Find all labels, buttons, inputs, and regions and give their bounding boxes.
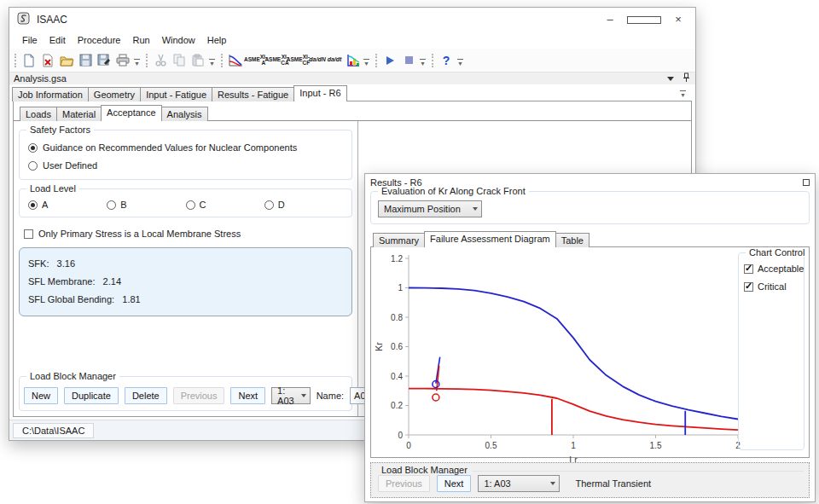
svg-text:0.5: 0.5: [485, 441, 497, 450]
menu-edit[interactable]: Edit: [44, 33, 72, 47]
menu-procedure[interactable]: Procedure: [72, 33, 127, 47]
svg-text:Kr: Kr: [374, 342, 384, 351]
radio-user-defined[interactable]: User Defined: [28, 160, 343, 171]
stop-icon[interactable]: [400, 52, 417, 68]
menu-file[interactable]: File: [16, 33, 44, 47]
menu-help[interactable]: Help: [201, 33, 233, 47]
title-bar: ISAAC – ×: [9, 8, 695, 31]
tab-input-r6[interactable]: Input - R6: [293, 85, 346, 101]
radio-load-level-c[interactable]: C: [186, 200, 264, 210]
toolbar-overflow-icon[interactable]: ▼: [457, 59, 463, 67]
toolbar-grip: [221, 54, 223, 67]
svg-text:1: 1: [398, 283, 403, 293]
colored-chart-icon[interactable]: [344, 52, 361, 68]
load-block-manager-title: Load Block Manager: [378, 465, 471, 475]
tab-geometry[interactable]: Geometry: [88, 87, 141, 101]
tab-analysis[interactable]: Analysis: [161, 107, 208, 121]
fad-chart: 00.511.5200.20.40.60.811.2LrKr: [373, 249, 750, 467]
previous-button[interactable]: Previous: [173, 387, 225, 404]
radio-button-icon[interactable]: [186, 200, 195, 210]
delete-button[interactable]: Delete: [125, 387, 167, 404]
radio-label: A: [42, 200, 48, 210]
tab-loads[interactable]: Loads: [20, 107, 57, 121]
document-name: Analysis.gsa: [14, 73, 67, 84]
next-button[interactable]: Next: [437, 475, 472, 492]
asme-xi-ca-icon[interactable]: ASMEXI-CA: [267, 52, 287, 68]
radio-button-icon[interactable]: [107, 200, 116, 210]
asme-xi-cf-icon[interactable]: ASMEXI-CF: [288, 52, 308, 68]
da-dt-icon[interactable]: da/dt: [327, 52, 342, 68]
radio-load-level-d[interactable]: D: [264, 200, 343, 210]
radio-load-level-a[interactable]: A: [28, 200, 107, 210]
toolbar-overflow-icon[interactable]: ▼: [134, 59, 140, 67]
duplicate-button[interactable]: Duplicate: [64, 387, 119, 404]
radio-button-icon[interactable]: [28, 200, 38, 210]
radio-label: B: [120, 200, 126, 210]
previous-button[interactable]: Previous: [378, 475, 430, 492]
tab-failure-assessment-diagram[interactable]: Failure Assessment Diagram: [424, 231, 556, 247]
load-block-select[interactable]: 1: A03: [271, 387, 311, 404]
critical-checkbox[interactable]: Critical: [744, 281, 799, 292]
results-load-block-manager: Load Block Manager Previous Next 1: A03 …: [370, 462, 810, 498]
tab-table[interactable]: Table: [555, 233, 590, 247]
checkbox-icon[interactable]: [744, 282, 753, 292]
safety-factors-group: Safety Factors Guidance on Recommended V…: [19, 130, 352, 180]
checkbox-label: Only Primary Stress is a Local Membrane …: [38, 229, 241, 239]
radio-label: User Defined: [43, 160, 97, 171]
checkbox-icon[interactable]: [744, 264, 753, 274]
cut-icon: [152, 52, 169, 68]
run-icon[interactable]: [381, 52, 398, 68]
tab-results-fatigue[interactable]: Results - Fatigue: [212, 87, 294, 101]
menu-window[interactable]: Window: [156, 33, 201, 47]
save-all-icon[interactable]: [96, 52, 113, 68]
radio-button-icon[interactable]: [264, 200, 274, 210]
minimize-button[interactable]: –: [593, 8, 627, 31]
load-block-select[interactable]: 1: A03: [478, 475, 560, 492]
pin-icon[interactable]: [682, 72, 690, 84]
help-icon[interactable]: ?: [438, 52, 455, 68]
checkbox-icon[interactable]: [24, 229, 33, 239]
paste-icon: [189, 52, 206, 68]
new-document-icon[interactable]: [20, 52, 38, 68]
next-button[interactable]: Next: [230, 387, 265, 404]
position-select[interactable]: Maximum Position: [378, 200, 482, 217]
svg-text:1.2: 1.2: [391, 254, 403, 264]
da-dn-icon[interactable]: da/dN: [310, 52, 325, 68]
toolbar-overflow-icon[interactable]: ▼: [363, 59, 369, 67]
toolbar-overflow-icon[interactable]: ▼: [420, 59, 426, 67]
menu-bar: File Edit Procedure Run Window Help: [9, 31, 695, 49]
toolbar-overflow-icon[interactable]: ▼: [209, 59, 215, 67]
window-title: ISAAC: [37, 14, 67, 26]
copy-icon: [171, 52, 188, 68]
load-block-select-value: 1: A03: [484, 478, 510, 489]
svg-text:0: 0: [406, 441, 411, 450]
save-icon[interactable]: [77, 52, 94, 68]
menu-run[interactable]: Run: [126, 33, 155, 47]
new-button[interactable]: New: [24, 387, 58, 404]
maximize-button[interactable]: [627, 8, 661, 31]
tab-material[interactable]: Material: [56, 107, 102, 121]
membrane-stress-checkbox[interactable]: Only Primary Stress is a Local Membrane …: [24, 229, 352, 239]
print-icon[interactable]: [114, 52, 131, 68]
input-r6-tab-strip: Loads Material Acceptance Analysis: [17, 104, 691, 121]
document-list-dropdown-icon[interactable]: [667, 77, 674, 81]
radio-guidance-recommended[interactable]: Guidance on Recommended Values for Nucle…: [28, 142, 343, 153]
fad-diagram-icon[interactable]: [227, 52, 244, 68]
tab-input-fatigue[interactable]: Input - Fatigue: [140, 87, 212, 101]
close-document-icon[interactable]: [39, 52, 56, 68]
open-file-icon[interactable]: [58, 52, 75, 68]
svg-text:1: 1: [571, 441, 576, 450]
radio-button-icon[interactable]: [28, 143, 38, 153]
tab-acceptance[interactable]: Acceptance: [101, 105, 161, 121]
radio-load-level-b[interactable]: B: [107, 200, 185, 210]
asme-xi-a-icon[interactable]: ASMEXI-A: [246, 52, 265, 68]
tabstrip-overflow-icon[interactable]: ▼: [680, 90, 686, 98]
load-block-select-value: 1: A03: [277, 385, 294, 406]
load-block-manager-title: Load Block Manager: [26, 371, 119, 381]
radio-button-icon[interactable]: [28, 161, 38, 171]
tab-summary[interactable]: Summary: [373, 233, 425, 247]
acceptable-checkbox[interactable]: Acceptable: [744, 264, 799, 274]
maximize-button[interactable]: [803, 179, 810, 186]
close-button[interactable]: ×: [661, 8, 695, 31]
tab-job-information[interactable]: Job Information: [12, 87, 89, 101]
